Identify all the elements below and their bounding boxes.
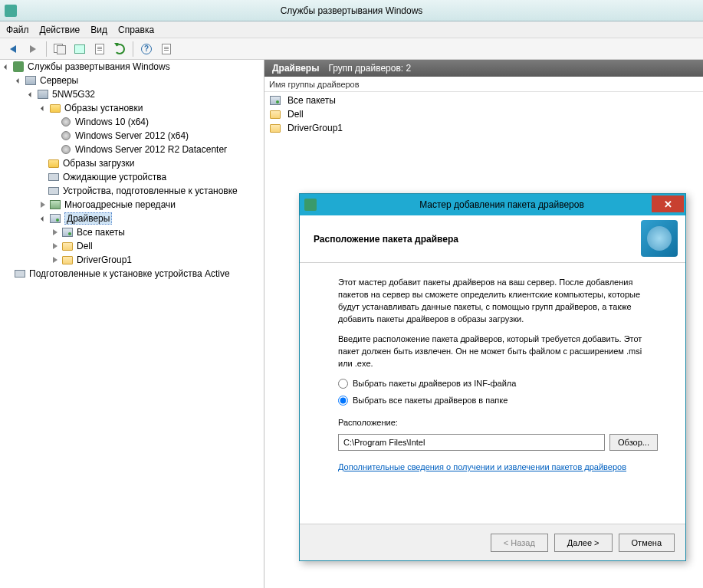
location-input[interactable] [338,434,605,451]
panels-icon [54,44,66,54]
toolbar: ? [0,38,703,60]
device-icon [48,173,59,181]
browse-button[interactable]: Обзор... [609,434,658,451]
tree-toggle[interactable] [38,214,48,223]
wizard-header-text: Расположение пакета драйвера [314,234,458,245]
help-icon: ? [141,44,152,54]
tree-toggle[interactable] [38,200,48,209]
tree-install-images[interactable]: Образы установки [64,103,143,113]
list-item[interactable]: Dell [264,107,703,121]
radio-group: Выбрать пакеты драйверов из INF-файла Вы… [338,378,658,407]
menubar: Файл Действие Вид Справка [0,21,703,38]
add-driver-wizard-dialog: Мастер добавления пакета драйверов ✕ Рас… [299,193,686,561]
tree-img-ws2012r2[interactable]: Windows Server 2012 R2 Datacenter [75,144,227,155]
driver-group-icon [62,228,73,237]
tree-drv-dell[interactable]: Dell [77,241,93,251]
toolbar-separator [133,41,133,57]
view-icon [74,44,85,54]
folder-icon [62,256,73,264]
close-button[interactable]: ✕ [652,195,684,212]
doc-icon [162,44,171,54]
image-icon [61,131,71,140]
back-button[interactable]: < Назад [491,534,548,552]
tree-boot-images[interactable]: Образы загрузки [63,158,134,169]
menu-action[interactable]: Действие [40,25,80,35]
refresh-button[interactable] [111,41,128,57]
tree-toggle[interactable] [51,255,60,264]
toolbar-button-2[interactable] [71,41,88,57]
tree-panel: Службы развертывания Windows Серверы 5NW… [0,60,264,588]
app-titlebar: Службы развертывания Windows [0,0,703,21]
wizard-footer: < Назад Далее > Отмена [300,524,685,560]
device-icon [15,270,25,278]
wizard-title: Мастер добавления пакета драйверов [323,199,681,210]
tree-multicast[interactable]: Многоадресные передачи [64,199,176,210]
tree-drv-group1[interactable]: DriverGroup1 [77,255,132,265]
properties-icon [95,44,104,54]
image-icon [61,145,71,154]
app-title: Службы развертывания Windows [281,5,423,16]
tree-drv-all[interactable]: Все пакеты [77,227,125,238]
radio-option-folder[interactable]: Выбрать все пакеты драйверов в папке [338,395,658,407]
menu-help[interactable]: Справка [118,25,154,35]
more-info-link[interactable]: Дополнительные сведения о получении и из… [338,462,626,471]
radio-inf-input[interactable] [338,379,348,389]
wizard-icon [304,199,317,211]
tree-toggle[interactable] [14,76,23,85]
arrow-left-icon [10,45,16,53]
content-header-status: Групп драйверов: 2 [328,63,411,74]
tree-server-name[interactable]: 5NW5G32 [52,89,95,100]
arrow-right-icon [30,45,36,53]
nav-forward-button[interactable] [25,41,41,57]
device-icon [48,187,59,195]
toolbar-button-3[interactable] [91,41,108,57]
radio-folder-label: Выбрать все пакеты драйверов в папке [353,395,508,407]
nav-back-button[interactable] [5,41,21,57]
list-item[interactable]: DriverGroup1 [264,121,703,135]
column-group-name[interactable]: Имя группы драйверов [269,80,360,89]
content-header-label: Драйверы [272,63,319,74]
toolbar-button-4[interactable] [158,41,175,57]
multicast-icon [50,200,61,209]
wizard-intro-text: Этот мастер добавит пакеты драйверов на … [338,277,658,326]
folder-icon [270,124,281,133]
radio-inf-label: Выбрать пакеты драйверов из INF-файла [353,378,516,390]
help-button[interactable]: ? [138,41,155,57]
tree-img-ws2012[interactable]: Windows Server 2012 (x64) [75,130,189,141]
folder-icon [62,242,73,251]
toolbar-button-1[interactable] [51,41,68,57]
radio-option-inf[interactable]: Выбрать пакеты драйверов из INF-файла [338,378,658,390]
cancel-button[interactable]: Отмена [619,534,675,552]
tree-drivers[interactable]: Драйверы [64,212,112,225]
toolbar-separator [46,41,47,57]
tree-toggle[interactable] [38,103,48,113]
tree-root[interactable]: Службы развертывания Windows [28,61,170,72]
servers-icon [25,76,36,85]
location-label: Расположение: [338,417,658,429]
drivers-icon [50,214,61,223]
wizard-header-image [641,220,678,257]
tree-toggle[interactable] [51,228,60,237]
list-item[interactable]: Все пакеты [264,94,703,107]
tree-prepped[interactable]: Устройства, подготовленные к установке [63,186,238,196]
content-header: Драйверы Групп драйверов: 2 [264,60,703,77]
menu-view[interactable]: Вид [90,25,107,35]
tree-toggle[interactable] [2,62,11,71]
tree-pending[interactable]: Ожидающие устройства [63,172,166,182]
folder-icon [270,110,281,119]
radio-folder-input[interactable] [338,396,348,406]
wizard-header: Расположение пакета драйвера [300,215,685,263]
tree-img-win10[interactable]: Windows 10 (x64) [75,117,149,127]
tree-prepped-active[interactable]: Подготовленные к установке устройства Ac… [29,268,230,279]
wds-icon [13,61,24,72]
wizard-titlebar[interactable]: Мастер добавления пакета драйверов ✕ [300,194,685,215]
list-header[interactable]: Имя группы драйверов [264,77,703,92]
next-button[interactable]: Далее > [554,534,613,552]
folder-icon [50,104,61,113]
tree-toggle[interactable] [51,241,60,251]
folder-icon [48,159,59,168]
tree-servers[interactable]: Серверы [40,75,78,86]
wizard-body: Этот мастер добавит пакеты драйверов на … [300,263,685,481]
tree-toggle[interactable] [26,90,35,99]
menu-file[interactable]: Файл [6,25,29,35]
